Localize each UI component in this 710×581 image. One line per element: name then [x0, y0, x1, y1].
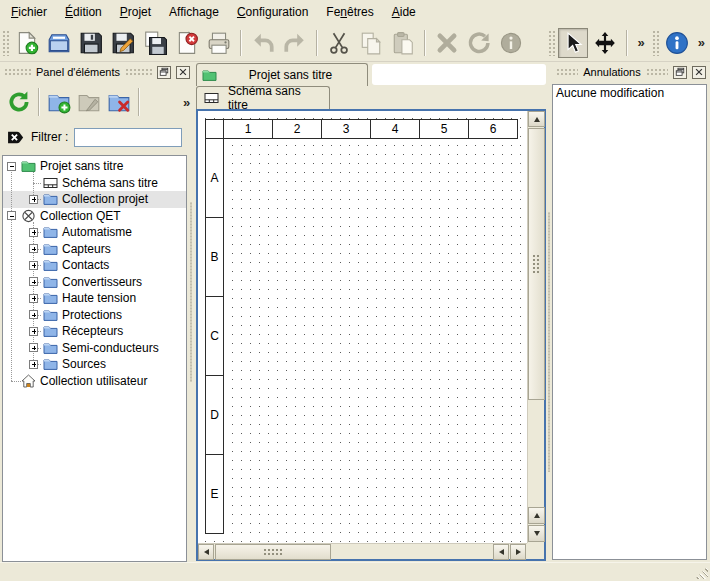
float-panel-button[interactable] — [673, 66, 687, 79]
print-icon — [207, 31, 231, 55]
menu-aide[interactable]: Aide — [383, 0, 425, 24]
menu-affichage[interactable]: Affichage — [160, 0, 228, 24]
print-button[interactable] — [204, 28, 234, 58]
expand-icon[interactable] — [29, 360, 38, 369]
scroll-up-button-2[interactable] — [528, 507, 545, 524]
redo-button[interactable] — [280, 28, 310, 58]
menu-edition[interactable]: Édition — [56, 0, 111, 24]
copy-button[interactable] — [356, 28, 386, 58]
open-document-button[interactable] — [44, 28, 74, 58]
expand-icon[interactable] — [29, 294, 38, 303]
tree-item-sources[interactable]: Sources — [3, 356, 186, 373]
paste-icon — [391, 31, 415, 55]
undo-history-list[interactable]: Aucune modification — [552, 84, 707, 560]
tree-item-capteurs[interactable]: Capteurs — [3, 241, 186, 258]
resize-grip[interactable] — [695, 566, 708, 579]
undo-panel-title: Annulations — [583, 66, 641, 78]
clear-filter-icon[interactable] — [6, 129, 25, 146]
horizontal-scroll-thumb[interactable] — [215, 544, 331, 560]
undo-button[interactable] — [248, 28, 278, 58]
scroll-left-button-2[interactable] — [493, 544, 509, 560]
horizontal-scrollbar[interactable] — [198, 543, 527, 559]
tree-item-projet-sans-titre[interactable]: Projet sans titre — [3, 158, 186, 175]
expand-icon[interactable] — [29, 228, 38, 237]
folder-icon — [43, 357, 58, 371]
scroll-up-button[interactable] — [528, 111, 545, 127]
elements-tree[interactable]: Projet sans titreSchéma sans titreCollec… — [2, 155, 187, 562]
project-tab-label: Projet sans titre — [218, 68, 363, 82]
collapse-icon[interactable] — [7, 211, 16, 220]
collapse-icon[interactable] — [7, 162, 16, 171]
toolbar-handle[interactable] — [652, 30, 659, 56]
cut-button[interactable] — [324, 28, 354, 58]
toolbar-separator — [424, 30, 426, 56]
tree-item-collection-projet[interactable]: Collection projet — [3, 191, 186, 208]
delete-button[interactable] — [432, 28, 462, 58]
menu-configuration[interactable]: Configuration — [228, 0, 317, 24]
undo-panel-titlebar[interactable]: Annulations — [552, 62, 710, 82]
save-button[interactable] — [76, 28, 106, 58]
expand-icon[interactable] — [29, 261, 38, 270]
left-splitter[interactable] — [188, 62, 194, 562]
diagram-canvas[interactable]: 123456ABCDE — [198, 111, 527, 543]
toolbar-handle[interactable] — [548, 30, 555, 56]
toolbar-overflow-button[interactable]: » — [633, 35, 650, 50]
scroll-right-button[interactable] — [510, 544, 526, 560]
object-info-button[interactable] — [496, 28, 526, 58]
tree-item-automatisme[interactable]: Automatisme — [3, 224, 186, 241]
expand-icon[interactable] — [29, 277, 38, 286]
float-panel-button[interactable] — [157, 66, 171, 79]
delete-category-button[interactable] — [106, 86, 132, 118]
tree-guide-line — [11, 381, 21, 382]
tree-item-haute-tension[interactable]: Haute tension — [3, 290, 186, 307]
vertical-scroll-thumb[interactable] — [528, 128, 545, 400]
selection-mode-button[interactable] — [558, 28, 588, 58]
column-header-5: 5 — [419, 119, 469, 139]
close-document-button[interactable] — [172, 28, 202, 58]
expand-icon[interactable] — [29, 195, 38, 204]
expand-icon[interactable] — [29, 244, 38, 253]
filter-input[interactable] — [74, 128, 182, 147]
pan-mode-button[interactable] — [590, 28, 620, 58]
new-category-button[interactable] — [46, 86, 72, 118]
tree-item-protections[interactable]: Protections — [3, 307, 186, 324]
tree-guide-line — [33, 183, 41, 184]
paste-button[interactable] — [388, 28, 418, 58]
undo-list-item[interactable]: Aucune modification — [553, 85, 706, 102]
elements-panel-titlebar[interactable]: Panel d'éléments — [0, 62, 194, 82]
tree-item-schema-sans-titre[interactable]: Schéma sans titre — [3, 175, 186, 192]
close-panel-button[interactable] — [692, 66, 706, 79]
tab-projet-sans-titre[interactable]: Projet sans titre — [196, 63, 368, 86]
tree-item-convertisseurs[interactable]: Convertisseurs — [3, 274, 186, 291]
tree-item-contacts[interactable]: Contacts — [3, 257, 186, 274]
menu-fichier[interactable]: Fichier — [2, 0, 56, 24]
about-info-button[interactable] — [662, 28, 692, 58]
tree-item-label: Sources — [62, 357, 106, 371]
expand-icon[interactable] — [29, 327, 38, 336]
new-document-button[interactable] — [12, 28, 42, 58]
rotate-button[interactable] — [464, 28, 494, 58]
scroll-left-button[interactable] — [198, 544, 214, 560]
scroll-thumb-grip — [263, 548, 283, 557]
scroll-down-button[interactable] — [528, 525, 545, 542]
tree-item-collection-qet[interactable]: Collection QET — [3, 208, 186, 225]
menu-fenetres[interactable]: Fenêtres — [317, 0, 382, 24]
toolbar-separator — [138, 88, 140, 116]
edit-category-button[interactable] — [76, 86, 102, 118]
expand-icon[interactable] — [29, 343, 38, 352]
tree-item-collection-utilisateur[interactable]: Collection utilisateur — [3, 373, 186, 390]
diagram-view[interactable]: 123456ABCDE — [196, 109, 546, 561]
vertical-scrollbar[interactable] — [527, 111, 544, 543]
toolbar-overflow-button[interactable]: » — [693, 35, 710, 50]
save-as-button[interactable] — [108, 28, 138, 58]
tree-item-recepteurs[interactable]: Récepteurs — [3, 323, 186, 340]
undo-panel: Annulations Aucune modification — [552, 62, 710, 562]
menu-projet[interactable]: Projet — [111, 0, 160, 24]
tree-item-label: Schéma sans titre — [62, 176, 158, 190]
save-all-button[interactable] — [140, 28, 170, 58]
reload-collections-button[interactable] — [6, 86, 32, 118]
tab-schema-sans-titre[interactable]: Schéma sans titre — [196, 86, 330, 109]
tree-item-semi-conducteurs[interactable]: Semi-conducteurs — [3, 340, 186, 357]
expand-icon[interactable] — [29, 310, 38, 319]
toolbar-handle[interactable] — [2, 30, 9, 56]
